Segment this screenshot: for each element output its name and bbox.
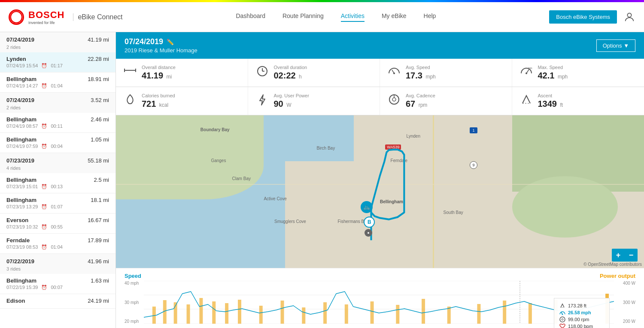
date-group-date-2: 07/24/2019	[6, 97, 34, 103]
stat-content: Overall distance 41.19 mi	[142, 65, 176, 81]
chart-y-labels-left: 40 mph 30 mph 20 mph	[125, 281, 139, 324]
duration-icon	[256, 66, 269, 79]
nav-dashboard[interactable]: Dashboard	[236, 12, 265, 22]
date-group-total-2: 3.52 mi	[91, 97, 109, 103]
ascent-icon	[520, 94, 533, 108]
svg-point-14	[392, 98, 396, 101]
cta-button[interactable]: Bosch eBike Systems	[549, 10, 617, 24]
nav-my-ebike[interactable]: My eBike	[382, 12, 407, 22]
date-group-total-4: 41.96 mi	[88, 258, 109, 265]
tooltip-row-cadence: 99.00 rpm	[559, 316, 604, 322]
ride-distance: 2.5 mi	[94, 177, 109, 183]
map-area[interactable]: Boundary Bay Birch Bay Lynden Ferndale B…	[116, 115, 644, 268]
stat-value: 90	[274, 99, 283, 108]
options-button[interactable]: Options ▼	[596, 39, 635, 52]
ride-item[interactable]: Bellingham 07/23/19 13:29 ⏰ 01:07 18.1 m…	[0, 193, 115, 214]
tooltip-row-distance: 173.28 ft	[559, 303, 604, 309]
svg-point-50	[562, 319, 563, 320]
y-label: 30 mph	[125, 300, 139, 305]
tooltip-row-speed: 26.58 mph	[559, 310, 604, 316]
ride-duration: 01:07	[51, 204, 63, 210]
clock-icon: ⏰	[41, 285, 47, 290]
ride-datetime: 07/24/19 07:59	[6, 144, 38, 149]
svg-rect-40	[503, 301, 506, 324]
svg-line-48	[561, 312, 562, 314]
edit-icon[interactable]: ✏️	[167, 39, 174, 45]
nav-route-planning[interactable]: Route Planning	[283, 12, 324, 22]
sidebar[interactable]: 07/24/2019 41.19 mi 2 rides Lynden 07/24…	[0, 32, 116, 328]
date-group-sub-4: 3 rides	[0, 266, 115, 274]
user-icon[interactable]	[623, 11, 635, 23]
ride-item[interactable]: Bellingham 07/23/19 15:01 ⏰ 00:13 2.5 mi	[0, 173, 115, 193]
ride-distance: 24.19 mi	[88, 298, 109, 304]
ride-item[interactable]: Edison 24.19 mi	[0, 294, 115, 309]
stat-label: Overall distance	[142, 65, 176, 70]
ride-distance: 16.67 mi	[88, 217, 109, 223]
date-group-total-3: 55.18 mi	[88, 157, 109, 164]
svg-rect-2	[124, 70, 136, 71]
cadence-tooltip-icon	[559, 316, 565, 322]
chart-y-labels-right: 400 W 300 W 200 W	[623, 281, 635, 324]
clock-icon: ⏰	[41, 204, 47, 210]
stat-content: Max. Speed 42.1 mph	[538, 65, 568, 81]
stat-value: 17.3	[406, 71, 422, 80]
svg-point-1	[627, 13, 631, 17]
bosch-circle-icon	[9, 9, 24, 25]
stat-label: Avg. User Power	[274, 93, 309, 98]
stat-content: Overall duration 02:22 h	[274, 65, 307, 81]
nav-activities[interactable]: Activities	[341, 12, 365, 22]
speed-tooltip-icon	[559, 310, 565, 316]
chart-tooltip: 173.28 ft 26.58 mph 99.00 rpm 118.00 bpm	[554, 298, 610, 328]
ride-name: Lynden	[6, 56, 63, 62]
clock-icon: ⏰	[41, 123, 47, 129]
ride-meta: 07/24/19 07:59 ⏰ 00:04	[6, 144, 63, 149]
stat-content: Avg. Cadence 67 rpm	[406, 93, 435, 109]
zoom-out-button[interactable]: −	[625, 249, 638, 262]
ride-distance: 18.91 mi	[88, 76, 109, 82]
ride-item[interactable]: Everson 07/23/19 10:32 ⏰ 00:55 16.67 mi	[0, 214, 115, 234]
ride-duration: 00:04	[51, 144, 63, 149]
tooltip-row-heartrate: 118.00 bpm	[559, 323, 604, 328]
stat-content: Calories burned 721 kcal	[142, 93, 175, 109]
stat-unit: ft	[560, 102, 563, 108]
tooltip-distance: 173.28 ft	[568, 303, 586, 308]
svg-rect-34	[345, 304, 348, 324]
ride-name: Ferndale	[6, 237, 63, 244]
zoom-in-button[interactable]: +	[612, 249, 625, 262]
ride-datetime: 07/24/19 14:27	[6, 83, 38, 89]
activity-header-left: 07/24/2019 ✏️ 2019 Riese & Muller Homage	[125, 37, 197, 54]
chart-title-speed: Speed	[125, 273, 141, 279]
chart-area: Speed Power output 40 mph 30 mph 20 mph …	[116, 268, 644, 328]
ride-item[interactable]: Bellingham 07/24/19 14:27 ⏰ 01:04 18.91 …	[0, 72, 115, 93]
ride-item[interactable]: Lynden 07/24/19 15:54 ⏰ 01:17 22.28 mi	[0, 52, 115, 72]
svg-rect-39	[477, 304, 480, 324]
ride-distance: 17.89 mi	[88, 237, 109, 244]
ride-name: Everson	[6, 217, 63, 223]
nav-help[interactable]: Help	[424, 12, 436, 22]
y-label-right: 400 W	[623, 281, 635, 286]
stats-row-1: Overall distance 41.19 mi Overall durati…	[116, 59, 644, 87]
svg-rect-36	[396, 305, 399, 324]
ride-item[interactable]: Ferndale 07/23/19 08:53 ⏰ 01:04 17.89 mi	[0, 234, 115, 254]
stat-value: 42.1	[538, 71, 555, 80]
ride-item[interactable]: Bellingham 07/24/19 07:59 ⏰ 00:04 1.05 m…	[0, 133, 115, 153]
stat-cadence: Avg. Cadence 67 rpm	[380, 87, 512, 115]
stat-content: Ascent 1349 ft	[538, 93, 563, 109]
ride-duration: 01:04	[51, 83, 63, 89]
stat-value: 67	[406, 99, 415, 108]
y-label: 40 mph	[125, 281, 139, 286]
ride-datetime: 07/22/19 15:39	[6, 285, 38, 290]
stat-value-row: 41.19 mi	[142, 71, 176, 81]
stat-value-row: 17.3 mph	[406, 71, 436, 81]
clock-icon: ⏰	[41, 83, 47, 89]
ride-item[interactable]: Bellingham 07/22/19 15:39 ⏰ 00:07 1.63 m…	[0, 274, 115, 294]
ride-meta: 07/23/19 10:32 ⏰ 00:55	[6, 224, 63, 230]
start-marker: B	[364, 217, 375, 228]
bosch-logo	[9, 9, 24, 25]
svg-rect-3	[124, 69, 125, 72]
stats-row-2: Calories burned 721 kcal Avg. User Power…	[116, 87, 644, 115]
y-label-right: 200 W	[623, 319, 635, 324]
bosch-tagline: Invented for life	[28, 21, 64, 25]
ride-item[interactable]: Bellingham 07/24/19 08:57 ⏰ 00:11 2.46 m…	[0, 113, 115, 133]
ride-meta: 07/23/19 08:53 ⏰ 01:04	[6, 244, 63, 250]
